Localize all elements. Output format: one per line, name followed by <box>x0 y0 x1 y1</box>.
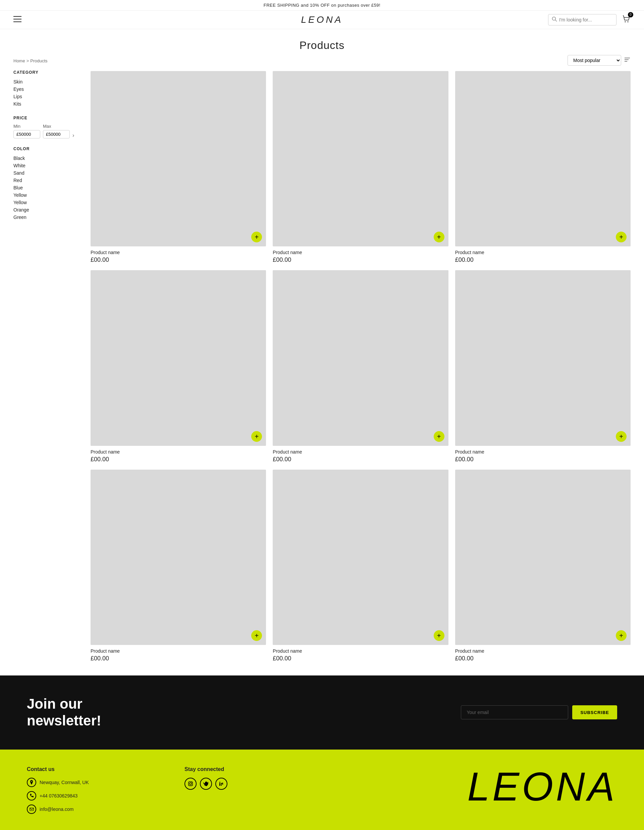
svg-rect-15 <box>219 783 220 786</box>
footer-social-title: Stay connected <box>184 766 322 772</box>
filter-category-title: CATEGORY <box>13 70 81 75</box>
footer-contact-email: info@leona.com <box>27 805 164 814</box>
product-card-8[interactable]: + Product name £00.00 <box>273 470 448 662</box>
product-image-2: + <box>273 71 448 246</box>
add-to-cart-button-7[interactable]: + <box>251 630 262 641</box>
footer-location-text: Newquay, Cornwall, UK <box>40 780 89 785</box>
filter-color-red[interactable]: Red <box>13 177 81 184</box>
product-card-4[interactable]: + Product name £00.00 <box>90 270 266 463</box>
filter-category-lips[interactable]: Lips <box>13 93 81 100</box>
svg-point-13 <box>189 783 192 785</box>
filter-category-kits[interactable]: Kits <box>13 100 81 108</box>
twitter-icon[interactable] <box>200 778 212 790</box>
product-card-1[interactable]: + Product name £00.00 <box>90 71 266 263</box>
product-image-3: + <box>455 71 631 246</box>
filter-color-title: COLOR <box>13 146 81 151</box>
product-price-9: £00.00 <box>455 655 631 662</box>
breadcrumb-home[interactable]: Home <box>13 58 25 63</box>
footer-logo-big: LEONA <box>467 766 617 806</box>
svg-point-16 <box>219 782 220 783</box>
product-card-5[interactable]: + Product name £00.00 <box>273 270 448 463</box>
email-icon <box>27 805 36 814</box>
footer-contact-phone: +44 07630629843 <box>27 791 164 800</box>
product-price-7: £00.00 <box>90 655 266 662</box>
product-name-1: Product name <box>90 250 266 255</box>
main-container: Home > Products CATEGORY Skin Eyes Lips … <box>0 55 644 675</box>
header-logo[interactable]: LEONA <box>301 14 343 25</box>
footer: Contact us Newquay, Cornwall, UK +44 076… <box>0 749 644 830</box>
svg-rect-2 <box>13 21 21 22</box>
product-card-3[interactable]: + Product name £00.00 <box>455 71 631 263</box>
footer-email-text: info@leona.com <box>40 806 73 812</box>
filter-color-blue[interactable]: Blue <box>13 184 81 192</box>
product-name-2: Product name <box>273 250 448 255</box>
filter-color-yellow2[interactable]: Yellow <box>13 199 81 206</box>
filter-color-white[interactable]: White <box>13 162 81 169</box>
add-to-cart-button-1[interactable]: + <box>251 232 262 242</box>
product-card-6[interactable]: + Product name £00.00 <box>455 270 631 463</box>
filter-color-orange[interactable]: Orange <box>13 206 81 214</box>
product-image-9: + <box>455 470 631 645</box>
subscribe-button[interactable]: SUBSCRIBE <box>572 705 617 719</box>
search-box[interactable] <box>548 14 617 25</box>
add-to-cart-button-5[interactable]: + <box>434 431 444 442</box>
price-min-input[interactable] <box>13 130 40 138</box>
top-banner: FREE SHIPPING and 10% OFF on purchases o… <box>0 0 644 11</box>
product-name-7: Product name <box>90 648 266 654</box>
header-right: 0 <box>548 14 631 25</box>
header-left <box>13 16 21 24</box>
filter-color-black[interactable]: Black <box>13 155 81 162</box>
product-name-3: Product name <box>455 250 631 255</box>
product-name-9: Product name <box>455 648 631 654</box>
svg-point-10 <box>31 781 32 782</box>
price-min-label: Min <box>13 124 40 129</box>
add-to-cart-button-2[interactable]: + <box>434 232 444 242</box>
product-name-5: Product name <box>273 449 448 455</box>
add-to-cart-button-3[interactable]: + <box>616 232 627 242</box>
filter-color-sand[interactable]: Sand <box>13 169 81 177</box>
cart-icon[interactable]: 0 <box>622 15 631 25</box>
breadcrumb-current: Products <box>30 58 47 63</box>
product-name-8: Product name <box>273 648 448 654</box>
add-to-cart-button-8[interactable]: + <box>434 630 444 641</box>
product-price-6: £00.00 <box>455 456 631 463</box>
newsletter-title: Join our newsletter! <box>27 695 121 729</box>
product-image-6: + <box>455 270 631 445</box>
social-icons <box>184 778 322 790</box>
breadcrumb: Home > Products <box>13 58 81 63</box>
svg-point-6 <box>628 21 628 22</box>
hamburger-icon[interactable] <box>13 16 21 24</box>
header: LEONA 0 <box>0 11 644 29</box>
product-card-7[interactable]: + Product name £00.00 <box>90 470 266 662</box>
instagram-icon[interactable] <box>184 778 197 790</box>
svg-rect-11 <box>30 808 33 811</box>
footer-contact: Contact us Newquay, Cornwall, UK +44 076… <box>27 766 164 818</box>
sort-icon[interactable] <box>624 56 631 65</box>
price-max-input[interactable] <box>43 130 70 138</box>
filter-color-yellow1[interactable]: Yellow <box>13 192 81 199</box>
add-to-cart-button-6[interactable]: + <box>616 431 627 442</box>
product-name-6: Product name <box>455 449 631 455</box>
product-image-8: + <box>273 470 448 645</box>
filter-category-skin[interactable]: Skin <box>13 78 81 86</box>
newsletter-email-input[interactable] <box>461 705 568 719</box>
sort-select[interactable]: Most popular Price: Low to High Price: H… <box>568 55 621 66</box>
product-card-2[interactable]: + Product name £00.00 <box>273 71 448 263</box>
filter-category-eyes[interactable]: Eyes <box>13 86 81 93</box>
footer-logo-area: LEONA <box>342 766 617 806</box>
product-price-1: £00.00 <box>90 257 266 263</box>
price-row: Min Max › <box>13 124 81 138</box>
add-to-cart-button-9[interactable]: + <box>616 630 627 641</box>
add-to-cart-button-4[interactable]: + <box>251 431 262 442</box>
product-image-1: + <box>90 71 266 246</box>
newsletter-form: SUBSCRIBE <box>134 705 617 719</box>
price-arrow-icon[interactable]: › <box>73 132 74 138</box>
location-icon <box>27 778 36 787</box>
linkedin-icon[interactable] <box>215 778 227 790</box>
search-input[interactable] <box>559 17 613 22</box>
product-card-9[interactable]: + Product name £00.00 <box>455 470 631 662</box>
svg-rect-1 <box>13 19 21 19</box>
product-image-4: + <box>90 270 266 445</box>
filter-color-green[interactable]: Green <box>13 214 81 221</box>
page-title: Products <box>0 29 644 55</box>
